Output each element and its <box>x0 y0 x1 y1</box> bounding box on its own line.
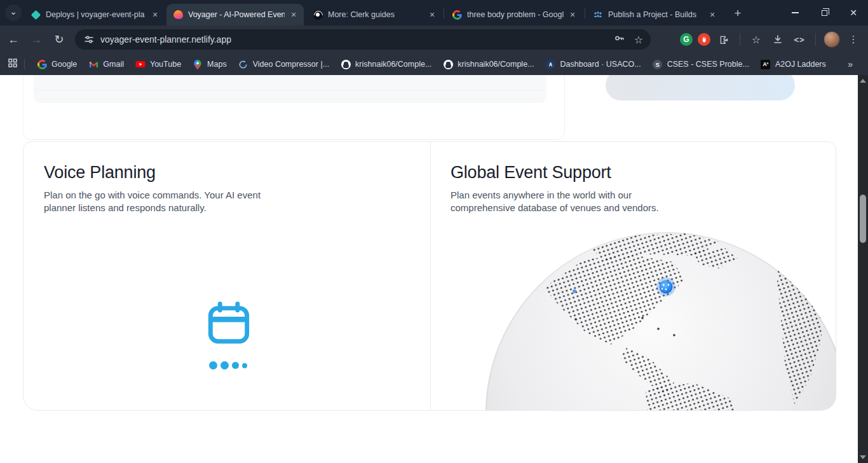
tab-voyager-active[interactable]: Voyager - AI-Powered Event ✕ <box>166 4 304 25</box>
window-controls: ✕ <box>780 0 868 25</box>
close-icon[interactable]: ✕ <box>150 10 160 20</box>
bookmark-label: Dashboard · USACO... <box>560 60 641 69</box>
bookmark-star-icon[interactable]: ☆ <box>634 34 643 46</box>
dotted-globe-image <box>431 142 836 410</box>
devtools-code-icon[interactable]: <> <box>791 31 808 48</box>
apps-grid-icon[interactable] <box>8 58 18 71</box>
minimize-button[interactable] <box>780 0 810 25</box>
close-icon[interactable]: ✕ <box>707 10 717 20</box>
site-settings-icon[interactable] <box>84 34 94 45</box>
bookmark-video-compressor[interactable]: Video Compressor |... <box>233 56 335 73</box>
bookmarks-bar: Google Gmail YouTube Maps Video Compress <box>0 53 868 75</box>
new-tab-button[interactable]: + <box>729 5 746 22</box>
tab-title: Deploys | voyager-event-pla <box>46 10 146 19</box>
adblocker-hand-icon[interactable] <box>698 33 710 46</box>
skeleton-block <box>34 75 546 103</box>
voice-planning-description: Plan on the go with voice commands. Your… <box>44 189 292 214</box>
bookmark-label: krishnaik06/Comple... <box>355 60 431 69</box>
bookmark-label: krishnaik06/Comple... <box>458 60 534 69</box>
bookmark-cses[interactable]: S CSES - CSES Proble... <box>647 56 755 73</box>
bookmark-label: CSES - CSES Proble... <box>667 60 749 69</box>
gmail-m-icon <box>88 59 98 69</box>
bookmark-maps[interactable]: Maps <box>187 56 233 73</box>
reload-button[interactable]: ↻ <box>50 30 69 49</box>
close-window-button[interactable]: ✕ <box>839 0 868 25</box>
youtube-play-icon <box>135 59 146 69</box>
bookmark-label: YouTube <box>150 60 181 69</box>
bookmark-usaco[interactable]: ∧ Dashboard · USACO... <box>540 56 647 73</box>
scrollbar-thumb[interactable] <box>860 195 866 243</box>
bookmark-github-2[interactable]: krishnaik06/Comple... <box>437 56 539 73</box>
usaco-logo-icon: ∧ <box>546 59 556 69</box>
close-icon[interactable]: ✕ <box>427 10 437 20</box>
tab-title: three body problem - Googl <box>467 10 564 19</box>
bookmark-label: Gmail <box>103 60 124 69</box>
github-mark-icon <box>341 59 351 69</box>
voyager-logo-icon <box>173 10 183 20</box>
clerk-logo-icon <box>313 10 323 20</box>
minimize-icon <box>792 12 799 13</box>
back-button[interactable]: ← <box>4 30 23 49</box>
bookmark-label: Maps <box>207 60 227 69</box>
voice-planning-title: Voice Planning <box>44 163 156 183</box>
tab-strip: ⌄ Deploys | voyager-event-pla ✕ Voyager … <box>0 0 868 25</box>
close-icon: ✕ <box>850 8 857 18</box>
a2oj-logo-icon: A² <box>761 59 771 69</box>
page-scrollbar[interactable] <box>858 75 868 463</box>
forward-button[interactable]: → <box>27 30 46 49</box>
highlight-pill <box>606 75 795 100</box>
bookmarks-overflow-chevron[interactable]: » <box>848 59 853 69</box>
bookmark-github-1[interactable]: krishnaik06/Comple... <box>335 56 437 73</box>
bookmark-label: Video Compressor |... <box>253 60 329 69</box>
netlify-diamond-icon <box>31 10 41 20</box>
chevron-down-icon: ⌄ <box>10 7 17 16</box>
toolbar-divider <box>740 33 740 46</box>
grammarly-icon[interactable]: G <box>680 33 693 46</box>
browser-menu-icon[interactable]: ⋮ <box>845 31 862 48</box>
browser-window: ⌄ Deploys | voyager-event-pla ✕ Voyager … <box>0 0 868 463</box>
tab-title: Publish a Project - Builds <box>608 10 703 19</box>
voice-activity-dots <box>209 361 273 370</box>
extensions-puzzle-icon[interactable] <box>715 31 732 48</box>
calendar-icon <box>207 301 250 345</box>
maps-pin-icon <box>193 59 203 69</box>
tab-title: Voyager - AI-Powered Event <box>188 10 285 19</box>
url-text[interactable]: voyager-event-planner.netlify.app <box>100 34 614 45</box>
bookmark-youtube[interactable]: YouTube <box>130 56 187 73</box>
tab-deploys[interactable]: Deploys | voyager-event-pla ✕ <box>24 4 165 25</box>
close-icon[interactable]: ✕ <box>288 10 299 20</box>
tab-google-search[interactable]: three body problem - Googl ✕ <box>445 4 583 25</box>
google-g-icon <box>37 59 47 69</box>
downloads-icon[interactable] <box>770 31 786 48</box>
restore-icon <box>822 10 827 16</box>
restore-button[interactable] <box>810 0 839 25</box>
toolbar-divider <box>815 33 816 46</box>
bookmark-a2oj[interactable]: A² A2OJ Ladders <box>755 56 832 73</box>
scroll-up-arrow-icon[interactable] <box>860 79 866 83</box>
features-section-card: Voice Planning Plan on the go with voice… <box>23 141 836 411</box>
google-g-icon <box>452 10 462 20</box>
scroll-down-arrow-icon[interactable] <box>860 455 866 459</box>
bookmark-gmail[interactable]: Gmail <box>83 56 130 73</box>
tab-title: More: Clerk guides <box>328 10 423 19</box>
tab-builds[interactable]: Publish a Project - Builds ✕ <box>587 4 722 25</box>
skeleton-divider <box>34 90 546 90</box>
tab-search-button[interactable]: ⌄ <box>5 4 22 21</box>
browser-toolbar: ← → ↻ voyager-event-planner.netlify.app … <box>0 25 868 53</box>
bookmark-label: A2OJ Ladders <box>775 60 826 69</box>
password-key-icon[interactable] <box>614 32 625 46</box>
bookmark-label: Google <box>51 60 77 69</box>
bookmarks-divider <box>24 59 25 69</box>
address-bar[interactable]: voyager-event-planner.netlify.app ☆ <box>75 29 651 50</box>
video-compressor-icon <box>238 59 248 69</box>
builds-people-icon <box>593 10 603 20</box>
previous-section-card <box>23 75 565 140</box>
bookmark-google[interactable]: Google <box>31 56 83 73</box>
profile-avatar[interactable] <box>824 31 840 48</box>
extensions-star-icon[interactable]: ☆ <box>748 31 764 48</box>
tab-clerk[interactable]: More: Clerk guides ✕ <box>306 4 442 25</box>
tab-separator <box>585 8 585 18</box>
close-icon[interactable]: ✕ <box>567 10 578 20</box>
toolbar-extensions: G ☆ <> ⋮ <box>680 25 868 53</box>
web-page-content: Voice Planning Plan on the go with voice… <box>0 75 858 463</box>
